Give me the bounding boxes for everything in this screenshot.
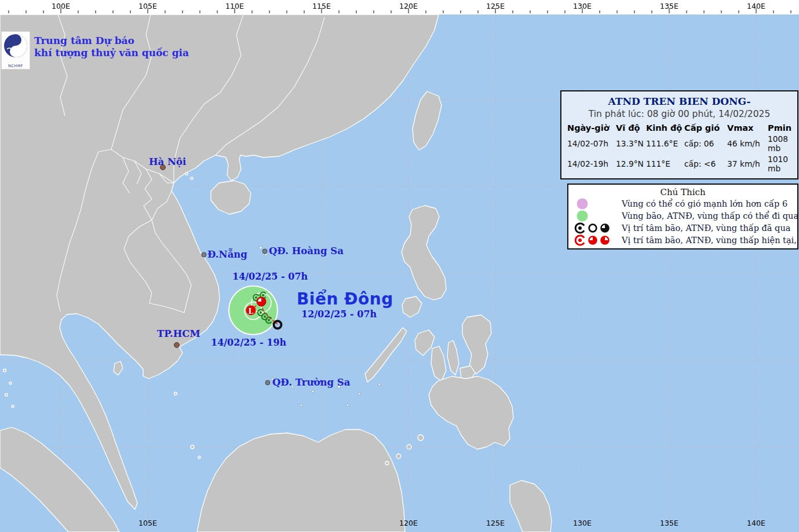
south-china-sea-map: L (0, 0, 799, 532)
lon-label-bottom: 120E (393, 519, 424, 527)
org-name-line2: khí tượng thuỷ văn quốc gia (34, 47, 189, 59)
lon-label-top: 140E (743, 2, 769, 10)
lon-label-bottom: 140E (741, 519, 771, 527)
org-name-line1: Trung tâm Dự báo (34, 35, 189, 47)
track-area-swatch-icon (572, 210, 622, 222)
col-header: Pmin (768, 123, 797, 133)
legend-item: Vị trí tâm bão, ATNĐ, vùng thấp đã qua (572, 222, 797, 234)
cell: 14/02-07h (567, 133, 616, 153)
forecast-table: Ngày-giờ Vĩ độ Kinh độ Cấp gió Vmax Pmin… (567, 123, 797, 174)
org-name: Trung tâm Dự báo khí tượng thuỷ văn quốc… (34, 35, 189, 69)
lon-label-top: 105E (135, 2, 160, 10)
lon-label-top: 100E (48, 2, 74, 10)
lon-label-bottom: 130E (567, 519, 597, 527)
forecast-row: 14/02-19h 12.9°N 111°E cấp: <6 37 km/h 1… (567, 153, 797, 174)
lon-label-top: 130E (570, 2, 595, 10)
forecast-info-box: ATND TREN BIEN DONG- Tin phát lúc: 08 gi… (560, 90, 798, 179)
lon-label-top: 115E (309, 2, 334, 10)
legend-label: Vị trí tâm bão, ATNĐ, vùng thấp đã qua (622, 223, 790, 233)
cell: 1008 mb (768, 133, 797, 153)
hoangsa-dot (262, 249, 267, 254)
legend-item: Vị trí tâm bão, ATNĐ, vùng thấp hiện tại… (572, 234, 797, 246)
legend-item: Vùng có thể có gió mạnh lớn hơn cấp 6 (572, 197, 797, 210)
hcm-dot (174, 343, 180, 348)
danang-dot (202, 252, 206, 257)
col-header: Cấp gió (684, 123, 727, 133)
cell: 111.6°E (646, 133, 684, 153)
cell: 1010 mb (768, 153, 797, 174)
current-position-icon (257, 297, 266, 306)
lon-label-top: 120E (396, 2, 421, 10)
city-label-danang: Đ.Nẵng (207, 249, 247, 260)
legend-item: Vùng bão, ATNĐ, vùng thấp có thể đi qua (572, 210, 797, 222)
lon-label-top: 135E (656, 2, 682, 10)
lon-label-bottom: 135E (654, 519, 684, 527)
col-header: Vĩ độ (616, 123, 646, 133)
forecast-low-icon: L (246, 306, 256, 315)
low-marker-letter: L (249, 307, 254, 315)
area-label-truongsa: QĐ. Trường Sa (272, 377, 350, 388)
area-label-hoangsa: QĐ. Hoàng Sa (269, 245, 344, 256)
bulletin-issued-time: Tin phát lúc: 08 giờ 00 phút, 14/02/2025 (561, 109, 797, 119)
legend-box: Chú Thich Vùng có thể có gió mạnh lớn hơ… (567, 184, 798, 250)
city-label-hcm: TP.HCM (157, 328, 200, 339)
forecast-row: 14/02-07h 13.3°N 111.6°E cấp: 06 46 km/h… (567, 133, 797, 153)
lon-label-bottom: 105E (133, 519, 163, 527)
track-time-past: 12/02/25 - 07h (301, 309, 377, 320)
track-time-forecast: 14/02/25 - 19h (211, 337, 286, 348)
forecast-table-header: Ngày-giờ Vĩ độ Kinh độ Cấp gió Vmax Pmin (567, 123, 797, 133)
cell: 14/02-19h (567, 153, 616, 174)
city-label-hanoi: Hà Nội (149, 156, 186, 167)
col-header: Ngày-giờ (567, 123, 616, 133)
legend-title: Chú Thich (568, 187, 797, 197)
lon-label-bottom: 125E (480, 519, 510, 527)
cell: cấp: 06 (684, 133, 727, 153)
lon-label-top: 125E (483, 2, 508, 10)
cell: 12.9°N (616, 153, 646, 174)
weather-map-page: L 100E 105E 110E 115E 120E 125E 130E 135… (0, 0, 799, 532)
col-header: Vmax (727, 123, 768, 133)
logo-caption: NCHMF (2, 64, 30, 68)
current-position-symbols-icon (572, 234, 622, 247)
legend-label: Vùng bão, ATNĐ, vùng thấp có thể đi qua (622, 211, 798, 221)
lon-label-top: 110E (222, 2, 247, 10)
cell: cấp: <6 (684, 153, 727, 174)
cell: 13.3°N (616, 133, 646, 153)
org-header: NCHMF Trung tâm Dự báo khí tượng thuỷ vă… (1, 31, 189, 69)
col-header: Kinh độ (646, 123, 684, 133)
wind-area-swatch-icon (572, 197, 622, 210)
cell: 46 km/h (727, 133, 768, 153)
cell: 111°E (646, 153, 684, 174)
sea-name-label: Biển Đông (297, 289, 393, 309)
nchmf-emblem-icon (2, 32, 29, 61)
cell: 37 km/h (727, 153, 768, 174)
past-position-symbols-icon (572, 222, 622, 234)
bulletin-title: ATND TREN BIEN DONG- (561, 96, 797, 107)
nchmf-logo: NCHMF (1, 31, 30, 69)
track-time-current: 14/02/25 - 07h (232, 271, 308, 282)
truongsa-dot (265, 380, 270, 385)
legend-label: Vị trí tâm bão, ATNĐ, vùng thấp hiện tại… (622, 236, 799, 245)
legend-label: Vùng có thể có gió mạnh lớn hơn cấp 6 (622, 199, 787, 208)
